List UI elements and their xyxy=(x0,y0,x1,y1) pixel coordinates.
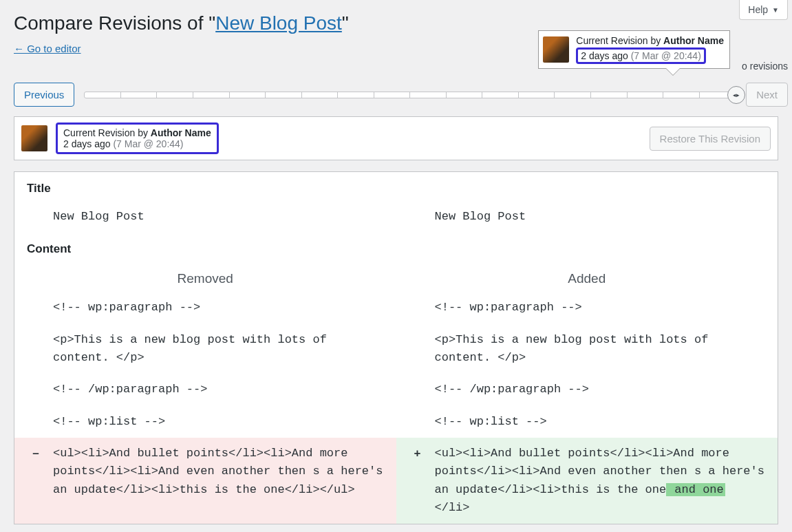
tooltip-author: Author Name xyxy=(663,35,724,46)
title-left: New Blog Post xyxy=(14,201,396,233)
revision-info: Current Revision by Author Name 2 days a… xyxy=(56,123,219,154)
section-title-content: Content xyxy=(14,233,778,262)
next-button[interactable]: Next xyxy=(746,83,788,107)
help-button[interactable]: Help ▼ xyxy=(739,0,788,20)
title-right: New Blog Post xyxy=(396,201,778,233)
title-prefix: Compare Revisions of " xyxy=(14,12,215,34)
rev-by-prefix: Current Revision by xyxy=(63,127,151,138)
diff-cell: <!-- wp:list --> xyxy=(396,406,778,438)
tooltip-date: (7 Mar @ 20:44) xyxy=(631,50,701,61)
post-title-link[interactable]: New Blog Post xyxy=(215,12,342,34)
compare-two-label: o revisions xyxy=(742,61,788,72)
go-to-editor-link[interactable]: ← Go to editor xyxy=(14,43,81,54)
minus-marker: – xyxy=(31,445,41,462)
diff-cell: <!-- /wp:paragraph --> xyxy=(396,374,778,405)
rev-time: 2 days ago xyxy=(63,138,113,149)
added-text-post: </li> xyxy=(435,501,470,514)
tooltip-meta: Current Revision by Author Name 2 days a… xyxy=(576,35,724,64)
diff-table: Title New Blog Post New Blog Post Conten… xyxy=(14,171,778,524)
plus-marker: + xyxy=(413,445,422,462)
rev-author: Author Name xyxy=(151,127,211,138)
diff-cell: <!-- /wp:paragraph --> xyxy=(14,374,396,405)
tooltip-time: 2 days ago xyxy=(581,50,630,61)
diff-cell: <!-- wp:list --> xyxy=(14,406,396,438)
diff-cell-added: + <ul><li>And bullet points</li><li>And … xyxy=(396,438,778,524)
tooltip-by-prefix: Current Revision by xyxy=(576,35,663,46)
diff-cell: <!-- wp:paragraph --> xyxy=(14,292,396,323)
previous-button[interactable]: Previous xyxy=(14,83,74,107)
revision-tooltip: Current Revision by Author Name 2 days a… xyxy=(538,30,730,69)
diff-cell: <p>This is a new blog post with lots of … xyxy=(396,324,778,374)
section-title-title: Title xyxy=(14,172,778,201)
avatar xyxy=(21,125,47,151)
revision-meta-row: Current Revision by Author Name 2 days a… xyxy=(14,116,778,160)
rev-date: (7 Mar @ 20:44) xyxy=(113,138,183,149)
diff-header: Removed Added xyxy=(14,262,778,292)
restore-button[interactable]: Restore This Revision xyxy=(650,127,771,151)
revision-slider[interactable]: ◂▸ xyxy=(81,92,739,98)
slider-handle[interactable]: ◂▸ xyxy=(727,86,745,104)
diff-cell: <p>This is a new blog post with lots of … xyxy=(14,324,396,374)
diff-cell: <!-- wp:paragraph --> xyxy=(396,292,778,323)
title-suffix: " xyxy=(342,12,349,34)
chevron-down-icon: ▼ xyxy=(772,6,779,14)
diff-cell-removed: – <ul><li>And bullet points</li><li>And … xyxy=(14,438,396,524)
added-header: Added xyxy=(396,262,778,292)
revision-nav: Previous ◂▸ Next xyxy=(0,83,792,107)
added-text-highlight: and one xyxy=(666,483,725,496)
help-label: Help xyxy=(748,4,768,15)
removed-text: <ul><li>And bullet points</li><li>And mo… xyxy=(53,447,383,496)
removed-header: Removed xyxy=(14,262,396,292)
avatar xyxy=(543,36,569,63)
